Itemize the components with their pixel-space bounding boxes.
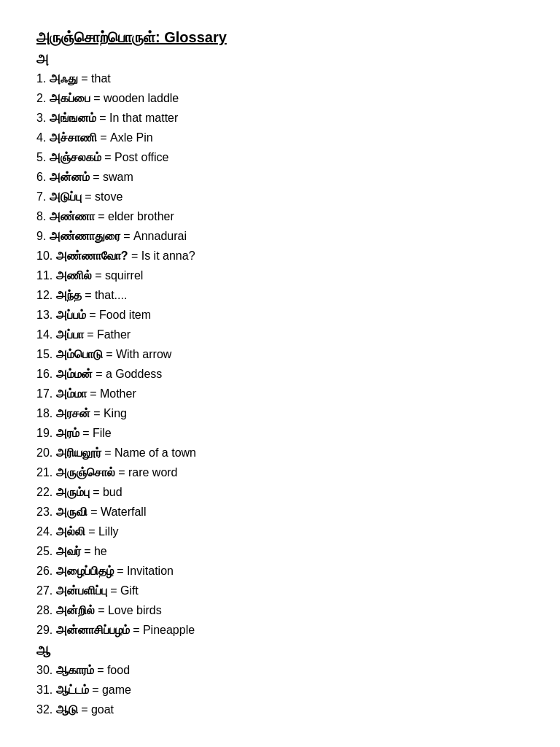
tamil-word: அல்லி — [56, 525, 85, 538]
meaning-text: = Waterfall — [88, 506, 147, 518]
meaning-text: = File — [79, 427, 112, 439]
meaning-text: = Axle Pin — [97, 131, 153, 144]
tamil-word: ஆகாரம் — [56, 664, 94, 676]
tamil-word: அழைப்பிதழ் — [56, 565, 114, 577]
tamil-word: அப்பம் — [56, 309, 86, 321]
item-number: 28. — [36, 604, 56, 616]
meaning-text: = Name of a town — [101, 446, 196, 459]
meaning-text: = Pineapple — [130, 624, 195, 636]
item-number: 23. — [36, 506, 56, 518]
tamil-word: அரசன் — [56, 407, 90, 419]
item-number: 18. — [36, 407, 56, 419]
tamil-word: அரியலூர் — [56, 446, 101, 459]
meaning-text: = that.... — [82, 289, 128, 301]
list-item: 11. அணில் = squirrel — [36, 267, 524, 285]
list-item: 25. அவர் = he — [36, 543, 524, 560]
tamil-word: அங்ஙனம் — [50, 112, 96, 124]
page-title: அருஞ்சொற்பொருள்: Glossary — [36, 29, 524, 46]
item-number: 12. — [36, 289, 56, 301]
tamil-word: அன்னாசிப்பழம் — [56, 624, 130, 636]
section-header-0: அ — [36, 52, 524, 67]
item-number: 32. — [36, 703, 56, 716]
tamil-word: அரும்பு — [56, 486, 90, 498]
item-number: 15. — [36, 348, 56, 360]
tamil-word: அவர் — [56, 545, 81, 557]
meaning-text: = Invitation — [114, 565, 174, 577]
meaning-text: = game — [89, 684, 131, 696]
item-number: 9. — [36, 230, 50, 242]
list-item: 22. அரும்பு = bud — [36, 484, 524, 501]
meaning-text: = Lilly — [85, 525, 119, 538]
item-number: 27. — [36, 584, 56, 597]
list-item: 9. அண்ணாதுரை = Annadurai — [36, 228, 524, 245]
item-number: 11. — [36, 269, 56, 282]
list-item: 2. அகப்பை = wooden laddle — [36, 90, 524, 107]
tamil-word: அடுப்பு — [50, 190, 82, 203]
glossary-list-1: 30. ஆகாரம் = food31. ஆட்டம் = game32. ஆட… — [36, 662, 524, 719]
section-header-1: ஆ — [36, 643, 524, 659]
meaning-text: = rare word — [115, 466, 178, 479]
item-number: 21. — [36, 466, 56, 479]
item-number: 14. — [36, 328, 56, 341]
tamil-word: அணில் — [56, 269, 92, 282]
tamil-word: அன்பளிப்பு — [56, 584, 107, 597]
list-item: 12. அந்த = that.... — [36, 287, 524, 304]
list-item: 14. அப்பா = Father — [36, 326, 524, 344]
list-item: 1. அஃது = that — [36, 70, 524, 88]
item-number: 17. — [36, 387, 56, 400]
list-item: 19. அரம் = File — [36, 425, 524, 442]
item-number: 13. — [36, 309, 56, 321]
meaning-text: = With arrow — [103, 348, 172, 360]
tamil-word: அகப்பை — [50, 92, 90, 104]
meaning-text: = Food item — [86, 309, 151, 321]
meaning-text: = Love birds — [95, 604, 162, 616]
page-container: அருஞ்சொற்பொருள்: Glossary அ1. அஃது = tha… — [36, 29, 524, 719]
list-item: 3. அங்ஙனம் = In that matter — [36, 109, 524, 127]
list-item: 13. அப்பம் = Food item — [36, 306, 524, 324]
list-item: 5. அஞ்சலகம் = Post office — [36, 149, 524, 166]
item-number: 24. — [36, 525, 56, 538]
tamil-word: அம்பொடு — [56, 348, 103, 360]
tamil-word: அச்சாணி — [50, 131, 97, 144]
tamil-word: அண்ணாவோ? — [56, 249, 128, 262]
item-number: 20. — [36, 446, 56, 459]
meaning-text: = stove — [82, 190, 122, 203]
item-number: 29. — [36, 624, 56, 636]
list-item: 31. ஆட்டம் = game — [36, 681, 524, 699]
list-item: 8. அண்ணா = elder brother — [36, 208, 524, 225]
item-number: 30. — [36, 664, 56, 676]
list-item: 20. அரியலூர் = Name of a town — [36, 444, 524, 462]
item-number: 8. — [36, 210, 50, 222]
meaning-text: = Post office — [101, 151, 169, 163]
list-item: 18. அரசன் = King — [36, 405, 524, 422]
tamil-word: அஃது — [50, 72, 78, 85]
list-item: 21. அருஞ்சொல் = rare word — [36, 464, 524, 481]
meaning-text: = Is it anna? — [128, 249, 195, 262]
list-item: 30. ஆகாரம் = food — [36, 662, 524, 679]
list-item: 24. அல்லி = Lilly — [36, 523, 524, 541]
tamil-word: அந்த — [56, 289, 82, 301]
item-number: 7. — [36, 190, 50, 203]
item-number: 16. — [36, 368, 56, 380]
list-item: 7. அடுப்பு = stove — [36, 188, 524, 206]
meaning-text: = swam — [90, 171, 133, 183]
item-number: 26. — [36, 565, 56, 577]
meaning-text: = Gift — [107, 584, 139, 597]
meaning-text: = wooden laddle — [90, 92, 179, 104]
tamil-word: அம்மா — [56, 387, 87, 400]
meaning-text: = King — [90, 407, 127, 419]
list-item: 4. அச்சாணி = Axle Pin — [36, 129, 524, 147]
meaning-text: = Mother — [87, 387, 136, 400]
item-number: 10. — [36, 249, 56, 262]
glossary-list-0: 1. அஃது = that2. அகப்பை = wooden laddle3… — [36, 70, 524, 639]
list-item: 27. அன்பளிப்பு = Gift — [36, 582, 524, 600]
list-item: 32. ஆடு = goat — [36, 701, 524, 719]
item-number: 1. — [36, 72, 50, 85]
meaning-text: = that — [78, 72, 111, 85]
meaning-text: = Annadurai — [120, 230, 187, 242]
tamil-word: அஞ்சலகம் — [50, 151, 101, 163]
item-number: 19. — [36, 427, 56, 439]
item-number: 31. — [36, 684, 56, 696]
tamil-word: அப்பா — [56, 328, 84, 341]
list-item: 29. அன்னாசிப்பழம் = Pineapple — [36, 622, 524, 639]
